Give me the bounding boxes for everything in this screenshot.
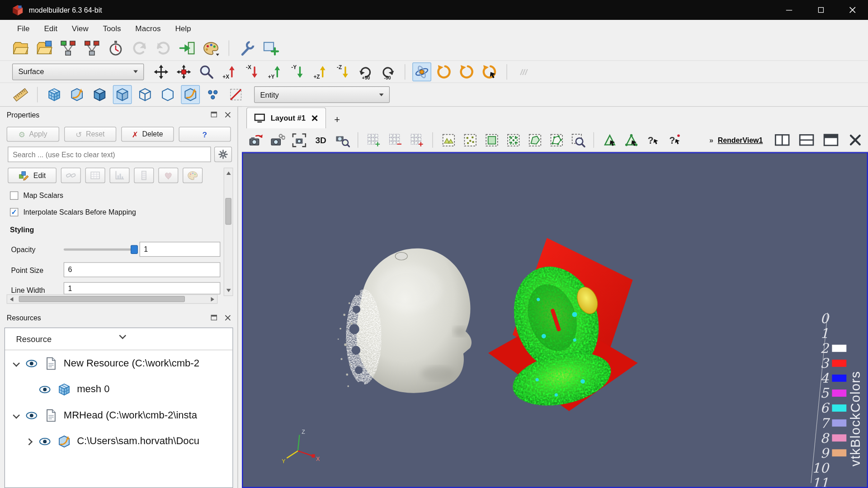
scrollbar-thumb[interactable]: [225, 198, 231, 225]
rotate-90-cw-icon[interactable]: +90: [356, 62, 375, 81]
search-input[interactable]: [8, 146, 211, 162]
sources-icon[interactable]: [59, 39, 78, 58]
camera-elevation-icon[interactable]: [481, 62, 500, 81]
properties-vertical-scrollbar[interactable]: [224, 168, 233, 296]
split-horizontal-icon[interactable]: [772, 130, 793, 151]
entity-combobox[interactable]: Entity: [254, 86, 390, 103]
camera-reset-icon[interactable]: [246, 131, 265, 150]
toolbar-overflow-button[interactable]: »: [709, 136, 713, 144]
toggle-2d3d-button[interactable]: 3D: [311, 131, 330, 150]
float-dock-icon[interactable]: [211, 112, 217, 117]
visibility-eye-icon[interactable]: [25, 357, 38, 370]
close-button[interactable]: [836, 0, 868, 20]
close-tab-icon[interactable]: [311, 114, 318, 122]
view-minus-x-icon[interactable]: -X: [242, 62, 261, 81]
scroll-up-icon[interactable]: [226, 172, 231, 175]
close-dock-icon[interactable]: [225, 314, 231, 320]
rotate-90-ccw-icon[interactable]: -90: [379, 62, 398, 81]
grid-remove-icon[interactable]: −: [386, 131, 405, 150]
edit-chart-button[interactable]: [109, 168, 129, 183]
menu-tools[interactable]: Tools: [96, 21, 128, 34]
split-vertical-icon[interactable]: [796, 130, 817, 151]
point-size-field[interactable]: 6: [64, 262, 221, 277]
rep-wireframe-icon[interactable]: [136, 85, 155, 104]
zoom-to-box-icon[interactable]: [197, 62, 216, 81]
menu-file[interactable]: File: [10, 21, 37, 34]
adjust-slashes-icon[interactable]: ///: [514, 62, 533, 81]
camera-orbit-icon[interactable]: [412, 62, 431, 81]
edit-link-button[interactable]: [61, 168, 81, 183]
line-width-field[interactable]: 1: [64, 282, 221, 294]
rep-none-icon[interactable]: [226, 85, 245, 104]
rep-glyph2-icon[interactable]: [181, 85, 200, 104]
settings-wrench-icon[interactable]: [237, 39, 256, 58]
edit-table-button[interactable]: [85, 168, 105, 183]
resource-header-dropdown[interactable]: [119, 333, 126, 339]
add-plus-icon[interactable]: [261, 39, 280, 58]
search-options-gear-button[interactable]: [214, 146, 232, 162]
menu-view[interactable]: View: [65, 21, 96, 34]
open-file-icon[interactable]: [11, 39, 30, 58]
scroll-right-icon[interactable]: [211, 297, 214, 301]
hover-points-icon[interactable]: ?: [665, 131, 684, 150]
select-points-on-icon[interactable]: [461, 131, 480, 150]
map-scalars-checkbox[interactable]: [10, 192, 18, 200]
select-cells-polygon-icon[interactable]: [525, 131, 544, 150]
scroll-down-icon[interactable]: [226, 289, 231, 292]
view-minus-z-icon[interactable]: -Z: [333, 62, 352, 81]
interactive-select-points-icon[interactable]: [622, 131, 641, 150]
reset-camera-icon[interactable]: [152, 62, 171, 81]
maximize-button[interactable]: [805, 0, 836, 20]
delete-button[interactable]: ✗Delete: [121, 127, 174, 141]
capture-screenshot-icon[interactable]: [289, 131, 308, 150]
interactive-select-cells-icon[interactable]: [600, 131, 619, 150]
render-viewport[interactable]: Z X Y 01234567891011 vtkBlockColors: [242, 152, 868, 488]
float-dock-icon[interactable]: [211, 315, 217, 320]
select-cells-on-icon[interactable]: [439, 131, 458, 150]
minimize-button[interactable]: [774, 0, 805, 20]
opacity-slider[interactable]: [64, 249, 137, 251]
tree-row[interactable]: New Resource (C:\work\cmb-2: [5, 350, 232, 376]
select-cells-through-icon[interactable]: [482, 131, 501, 150]
edit-palette-button[interactable]: [183, 168, 203, 183]
visibility-eye-icon[interactable]: [25, 408, 38, 422]
camera-azimuth-icon[interactable]: [458, 62, 477, 81]
grid-add-icon[interactable]: +: [364, 131, 383, 150]
auto-apply-icon[interactable]: [178, 39, 197, 58]
animation-timer-icon[interactable]: [106, 39, 125, 58]
measure-ruler-icon[interactable]: [11, 85, 30, 104]
close-view-icon[interactable]: [845, 130, 866, 151]
menu-macros[interactable]: Macros: [128, 21, 168, 34]
rep-edges-icon[interactable]: [158, 85, 177, 104]
tree-expander-icon[interactable]: [26, 438, 33, 445]
tree-expander-icon[interactable]: [13, 412, 19, 419]
visibility-eye-icon[interactable]: [38, 383, 51, 396]
properties-horizontal-scrollbar[interactable]: [7, 294, 218, 304]
undo-icon[interactable]: [130, 39, 149, 58]
menu-help[interactable]: Help: [168, 21, 198, 34]
menu-edit[interactable]: Edit: [37, 21, 65, 34]
hover-cells-icon[interactable]: ?: [643, 131, 662, 150]
tree-row[interactable]: mesh 0: [5, 376, 232, 403]
edit-button[interactable]: Edit: [8, 168, 57, 183]
view-plus-z-icon[interactable]: +Z: [311, 62, 330, 81]
representation-combobox[interactable]: Surface: [12, 63, 144, 80]
filters-icon[interactable]: [82, 39, 101, 58]
interpolate-scalars-checkbox[interactable]: ✓: [10, 208, 18, 216]
tree-row[interactable]: C:\Users\sam.horvath\Docu: [5, 428, 232, 455]
edit-heart-button[interactable]: [158, 168, 178, 183]
zoom-to-data-icon[interactable]: [175, 62, 193, 81]
view-minus-y-icon[interactable]: -Y: [288, 62, 307, 81]
edit-column-button[interactable]: [134, 168, 154, 183]
view-plus-x-icon[interactable]: +X: [220, 62, 239, 81]
select-points-through-icon[interactable]: [504, 131, 523, 150]
opacity-field[interactable]: 1: [140, 242, 221, 257]
add-layout-tab-button[interactable]: +: [327, 111, 347, 128]
tree-expander-icon[interactable]: [13, 360, 19, 367]
layout-tab[interactable]: Layout #1: [246, 108, 326, 129]
rep-translucent-icon[interactable]: [113, 85, 132, 104]
zoom-to-box-icon[interactable]: [569, 131, 588, 150]
preview-capture-icon[interactable]: [333, 131, 352, 150]
select-points-polygon-icon[interactable]: [547, 131, 566, 150]
redo-icon[interactable]: [154, 39, 173, 58]
